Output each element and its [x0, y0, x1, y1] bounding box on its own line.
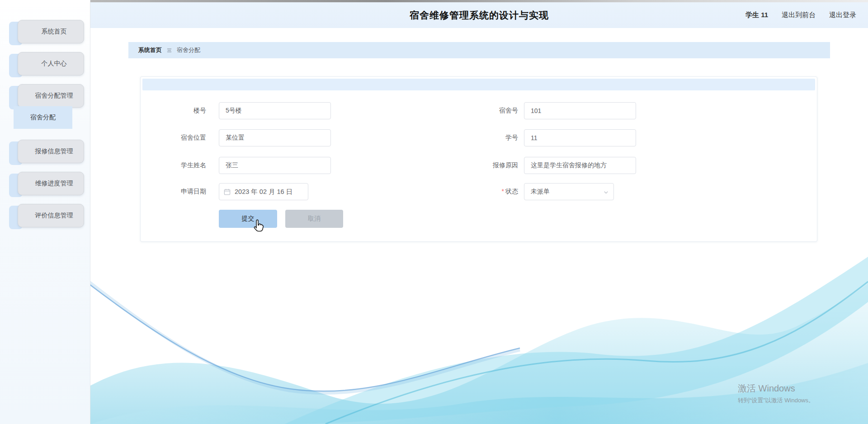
- field-repair-reason: 报修原因: [453, 157, 636, 174]
- student-id-input[interactable]: [524, 129, 636, 146]
- sidebar-item-label[interactable]: 系统首页: [18, 20, 84, 43]
- dorm-number-input[interactable]: [524, 102, 636, 119]
- windows-activation-watermark: 激活 Windows 转到“设置”以激活 Windows。: [738, 382, 814, 405]
- field-student-name: 学生姓名: [141, 157, 331, 174]
- field-label: 学生姓名: [141, 161, 206, 170]
- current-user-label: 学生 11: [745, 11, 768, 19]
- chevron-down-icon: [603, 189, 609, 197]
- field-apply-date: 申请日期 2023 年 02 月 16 日: [141, 183, 308, 200]
- field-status: *状态 未派单: [453, 183, 614, 200]
- breadcrumb-separator-icon: [166, 47, 172, 53]
- field-label: 宿舍号: [453, 107, 518, 115]
- field-dorm-number: 宿舍号: [453, 102, 636, 119]
- header-actions: 学生 11 退出到前台 退出登录: [745, 2, 856, 28]
- field-dorm-location: 宿舍位置: [141, 129, 331, 146]
- field-label: 申请日期: [141, 188, 206, 196]
- sidebar-item-repair-info-mgmt[interactable]: 报修信息管理: [0, 140, 90, 163]
- sidebar-item-repair-progress-mgmt[interactable]: 维修进度管理: [0, 172, 90, 195]
- field-building-number: 楼号: [141, 102, 331, 119]
- apply-date-picker[interactable]: 2023 年 02 月 16 日: [219, 183, 308, 200]
- sidebar-item-label[interactable]: 宿舍分配管理: [18, 84, 84, 108]
- building-number-input[interactable]: [219, 102, 331, 119]
- logout-to-front-link[interactable]: 退出到前台: [782, 11, 816, 19]
- cancel-button[interactable]: 取消: [285, 210, 343, 228]
- sidebar-item-profile[interactable]: 个人中心: [0, 52, 90, 75]
- status-select[interactable]: 未派单: [524, 183, 614, 200]
- sidebar-subitem-dorm-allocation[interactable]: 宿舍分配: [14, 106, 72, 129]
- breadcrumb-current: 宿舍分配: [177, 46, 200, 54]
- sidebar: 系统首页 个人中心 宿舍分配管理 宿舍分配 报修信息管理 维修进度管理 评价信息…: [0, 0, 90, 424]
- sidebar-item-label[interactable]: 报修信息管理: [18, 140, 84, 163]
- field-label: 宿舍位置: [141, 134, 206, 142]
- sidebar-item-home[interactable]: 系统首页: [0, 20, 90, 43]
- header-bar: 宿舍维修管理系统的设计与实现 学生 11 退出到前台 退出登录: [90, 2, 868, 28]
- sidebar-item-label[interactable]: 个人中心: [18, 52, 84, 75]
- field-label: 学号: [453, 134, 518, 142]
- field-student-id: 学号: [453, 129, 636, 146]
- dorm-location-input[interactable]: [219, 129, 331, 146]
- logout-link[interactable]: 退出登录: [829, 11, 856, 19]
- form-card: 楼号 宿舍号 宿舍位置 学号 学生姓名 报修原因 申请日期: [140, 76, 817, 242]
- card-header-strip: [142, 79, 815, 90]
- breadcrumb-home[interactable]: 系统首页: [138, 46, 162, 54]
- sidebar-item-label[interactable]: 维修进度管理: [18, 172, 84, 195]
- repair-reason-input[interactable]: [524, 157, 636, 174]
- field-label: *状态: [453, 188, 518, 196]
- student-name-input[interactable]: [219, 157, 331, 174]
- field-label: 报修原因: [453, 161, 518, 170]
- sidebar-item-dorm-allocation-mgmt[interactable]: 宿舍分配管理: [0, 84, 90, 108]
- watermark-line1: 激活 Windows: [738, 382, 814, 395]
- apply-date-value: 2023 年 02 月 16 日: [235, 188, 292, 196]
- breadcrumb: 系统首页 宿舍分配: [128, 42, 830, 58]
- watermark-line2: 转到“设置”以激活 Windows。: [738, 396, 814, 405]
- submit-button[interactable]: 提交: [219, 210, 277, 228]
- required-star: *: [502, 188, 504, 195]
- sidebar-item-label[interactable]: 评价信息管理: [18, 204, 84, 227]
- calendar-icon: [224, 188, 231, 197]
- status-value: 未派单: [531, 188, 550, 196]
- sidebar-item-evaluation-mgmt[interactable]: 评价信息管理: [0, 204, 90, 227]
- app-window: 宿舍维修管理系统的设计与实现 学生 11 退出到前台 退出登录 系统首页 个人中…: [0, 0, 868, 424]
- field-label: 楼号: [141, 107, 206, 115]
